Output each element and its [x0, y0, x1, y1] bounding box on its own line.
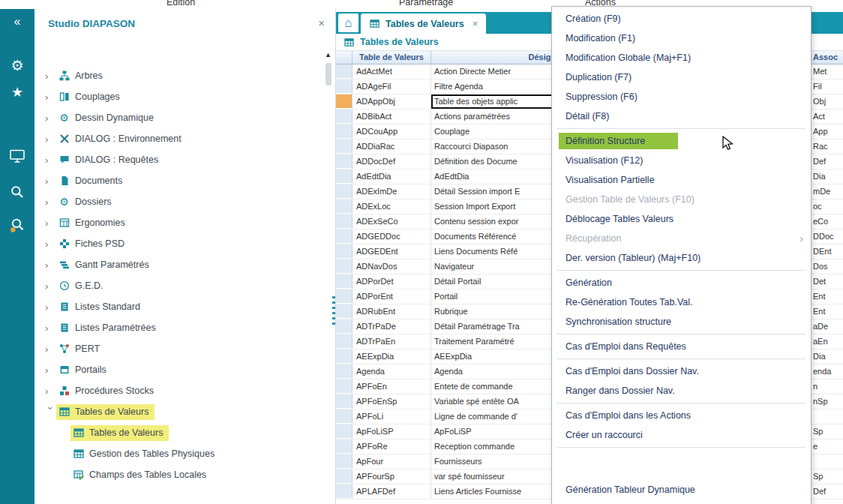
cell-table-name[interactable]: ADDiaRac — [352, 140, 431, 154]
row-selector[interactable] — [336, 410, 352, 424]
cell-table-name[interactable]: APFoEnSp — [352, 394, 431, 409]
row-selector[interactable] — [336, 170, 352, 184]
tab-close-icon[interactable]: × — [472, 18, 478, 29]
chevron-right-icon[interactable]: › — [45, 260, 56, 271]
cell-table-name[interactable]: ADExLoc — [352, 200, 431, 214]
row-selector[interactable] — [336, 350, 352, 364]
row-selector[interactable] — [336, 320, 352, 334]
row-selector[interactable] — [336, 394, 352, 409]
sidebar-item-couplages[interactable]: › Couplages — [34, 86, 323, 107]
chevron-right-icon[interactable]: › — [45, 218, 56, 229]
row-selector[interactable] — [336, 64, 352, 79]
cell-table-name[interactable]: Agenda — [352, 364, 431, 379]
row-selector[interactable] — [336, 304, 352, 319]
menu-item-cas-emploi-requetes[interactable]: Cas d'Emploi dans Requêtes — [552, 337, 811, 356]
chevron-down-icon[interactable]: › — [45, 406, 56, 418]
row-selector[interactable] — [336, 440, 352, 454]
cell-table-name[interactable]: ADTrPaDe — [352, 320, 431, 334]
cell-table-name[interactable]: APFourSp — [352, 470, 431, 484]
cell-table-name[interactable]: ADRubEnt — [352, 304, 431, 319]
sidebar-item-dialog-requetes[interactable]: › DIALOG : Requêtes — [34, 149, 323, 170]
cell-table-name[interactable]: ADAgeFil — [352, 80, 431, 94]
menu-item-duplication[interactable]: Duplication (F7) — [552, 68, 811, 87]
chevron-right-icon[interactable]: › — [45, 196, 56, 208]
close-icon[interactable]: × — [318, 16, 325, 29]
menu-item-ranger-dossier-nav[interactable]: Ranger dans Dossier Nav. — [552, 381, 811, 400]
cell-table-name[interactable]: ADPorDet — [352, 274, 431, 289]
chevron-right-icon[interactable]: › — [45, 92, 56, 103]
chevron-right-icon[interactable]: › — [45, 112, 56, 124]
menu-item-definition-structure[interactable]: Définition Structure — [552, 131, 811, 151]
menu-item-visualisation-partielle[interactable]: Visualisation Partielle — [552, 170, 811, 190]
menu-item-der-version-tableur[interactable]: Der. version (Tableur) (Maj+F10) — [552, 248, 811, 268]
menu-item-modification[interactable]: Modification (F1) — [552, 28, 811, 48]
cell-table-name[interactable]: ADExImDe — [352, 184, 431, 199]
chevron-right-icon[interactable]: › — [45, 302, 56, 313]
collapse-panel-icon[interactable]: « — [0, 15, 34, 28]
cell-table-name[interactable]: ADAppObj — [352, 94, 431, 109]
sidebar-scrollbar-thumb[interactable] — [326, 63, 332, 86]
sidebar-item-dialog-environnement[interactable]: › DIALOG : Environnement — [34, 128, 323, 149]
chevron-right-icon[interactable]: › — [45, 344, 56, 355]
cell-table-name[interactable]: ADGEDDoc — [352, 230, 431, 244]
sidebar-item-ged[interactable]: › G.E.D. — [34, 275, 323, 296]
row-selector[interactable] — [336, 244, 352, 259]
sidebar-item-pert[interactable]: › PERT — [34, 338, 323, 359]
chevron-right-icon[interactable]: › — [45, 386, 56, 397]
cell-table-name[interactable]: ADDocDef — [352, 154, 431, 169]
chevron-right-icon[interactable]: › — [45, 322, 56, 334]
row-selector[interactable] — [336, 124, 352, 139]
row-selector[interactable] — [336, 230, 352, 244]
sidebar-item-portails[interactable]: › Portails — [34, 359, 323, 380]
row-selector[interactable] — [336, 80, 352, 94]
sidebar-item-procedures-stocks[interactable]: › Procédures Stocks — [34, 380, 323, 401]
sidebar-item-gantt-parametres[interactable]: › Gantt Paramétrés — [34, 254, 323, 275]
row-selector[interactable] — [336, 200, 352, 214]
row-selector[interactable] — [336, 484, 352, 499]
chevron-right-icon[interactable]: › — [45, 176, 56, 187]
cell-table-name[interactable]: APFoEn — [352, 380, 431, 394]
row-selector[interactable] — [336, 154, 352, 169]
chevron-right-icon[interactable]: › — [45, 280, 56, 292]
chevron-right-icon[interactable]: › — [45, 134, 56, 145]
menu-item-creation[interactable]: Création (F9) — [552, 9, 811, 28]
cell-table-name[interactable]: ADTrPaEn — [352, 334, 431, 349]
cell-table-name[interactable]: AdActMet — [352, 64, 431, 79]
sidebar-item-fiches-psd[interactable]: › Fiches PSD — [34, 233, 323, 254]
chevron-right-icon[interactable]: › — [45, 154, 56, 166]
home-icon[interactable]: ⌂ — [338, 14, 358, 32]
menu-item-re-generation-toutes[interactable]: Re-Génération Toutes Tab.Val. — [552, 292, 811, 312]
splitter-grip[interactable] — [332, 296, 335, 326]
sidebar-item-tables-de-valeurs-child[interactable]: Tables de Valeurs — [34, 422, 323, 443]
tab-tables-de-valeurs[interactable]: Tables de Valeurs × — [361, 14, 486, 34]
header-table-de-valeurs[interactable]: Table de Valeurs — [352, 51, 431, 64]
cell-table-name[interactable]: ADBibAct — [352, 110, 431, 124]
row-selector[interactable] — [336, 334, 352, 349]
menu-edition[interactable]: Edition — [166, 0, 195, 8]
data-search-icon[interactable] — [0, 218, 34, 233]
menu-item-synchronisation-structure[interactable]: Synchronisation structure — [552, 312, 811, 332]
menu-item-generation[interactable]: Génération — [552, 273, 811, 292]
sidebar-item-documents[interactable]: › Documents — [34, 170, 323, 191]
sidebar-item-gestion-tables-physiques[interactable]: Gestion des Tables Physiques — [34, 443, 323, 464]
search-icon[interactable] — [0, 184, 34, 200]
row-selector[interactable] — [336, 424, 352, 439]
menu-item-cas-emploi-dossier-nav[interactable]: Cas d'Emploi dans Dossier Nav. — [552, 362, 811, 381]
cell-table-name[interactable]: ADExSeCo — [352, 214, 431, 229]
row-selector[interactable] — [336, 274, 352, 289]
menu-item-modification-globale[interactable]: Modification Globale (Maj+F1) — [552, 48, 811, 68]
row-selector[interactable] — [336, 184, 352, 199]
row-selector[interactable] — [336, 110, 352, 124]
menu-item-suppression[interactable]: Suppression (F6) — [552, 87, 811, 106]
row-selector[interactable] — [336, 470, 352, 484]
cell-table-name[interactable]: APFoLi — [352, 410, 431, 424]
cell-table-name[interactable]: ADPorEnt — [352, 290, 431, 304]
row-selector[interactable] — [336, 94, 352, 109]
menu-item-generation-tableur-dynamique[interactable]: Génération Tableur Dynamique — [552, 480, 811, 500]
sidebar-item-arbres[interactable]: › Arbres — [34, 65, 323, 86]
row-selector[interactable] — [336, 214, 352, 229]
cell-table-name[interactable]: APLAFDef — [352, 484, 431, 499]
menu-item-detail[interactable]: Détail (F8) — [552, 106, 811, 126]
row-selector[interactable] — [336, 260, 352, 274]
sidebar-item-ergonomies[interactable]: › Ergonomies — [34, 212, 323, 233]
